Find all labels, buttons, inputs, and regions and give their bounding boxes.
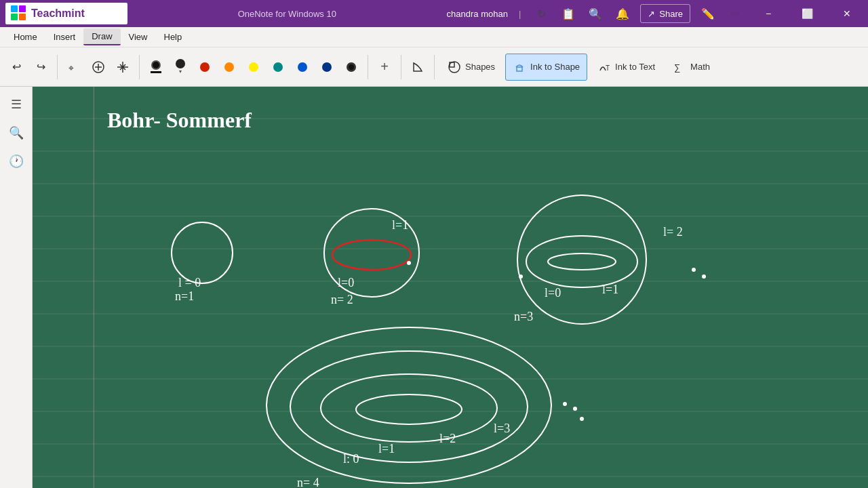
new-page-btn[interactable]: 📋 [559, 4, 578, 23]
type-tool-icon: ⌖ [67, 60, 81, 74]
svg-text:l=1: l=1 [378, 442, 395, 455]
selection-tool[interactable] [407, 55, 429, 79]
svg-text:⌖: ⌖ [68, 62, 74, 73]
svg-text:n= 2: n= 2 [331, 293, 353, 306]
math-button[interactable]: ∑ Math [665, 54, 717, 81]
svg-text:l = 0: l = 0 [178, 276, 201, 289]
type-tool[interactable]: ⌖ [63, 55, 85, 79]
svg-point-23 [407, 261, 411, 265]
redo-button[interactable]: ↪ [30, 55, 52, 79]
canvas-area[interactable]: Bohr- Sommerf l = 0 n=1 l=1 l=0 n= 2 [33, 87, 868, 488]
pen-blue[interactable] [292, 55, 313, 79]
sidebar: ☰ 🔍 🕐 [0, 87, 33, 488]
ink-to-text-label: Ink to Text [615, 62, 655, 72]
sep-2 [139, 55, 140, 79]
pen-orange-icon [224, 62, 234, 72]
title-separator: | [519, 9, 521, 19]
pen-black[interactable] [145, 55, 167, 79]
pen-black-line [151, 71, 161, 73]
share-button[interactable]: ↗ Share [640, 4, 690, 23]
edit-btn[interactable]: ✏️ [698, 4, 717, 23]
user-name: chandra mohan [447, 9, 508, 19]
sep-3 [368, 55, 368, 79]
titlebar: Teachmint OneNote for Windows 10 chandra… [0, 0, 868, 27]
sidebar-menu[interactable]: ☰ [4, 92, 28, 117]
bell-btn[interactable]: 🔔 [613, 4, 632, 23]
pen-red-icon [200, 62, 210, 72]
pen-orange[interactable] [218, 55, 240, 79]
main-area: ☰ 🔍 🕐 Bohr- Sommerf l = 0 n=1 [0, 87, 868, 488]
svg-rect-14 [33, 87, 868, 488]
svg-text:l=1: l=1 [602, 283, 618, 296]
ink-to-shape-label: Ink to Shape [530, 62, 580, 72]
pen-yellow-icon [249, 62, 258, 72]
pen-thick-black[interactable] [340, 55, 362, 79]
math-icon: ∑ [673, 60, 686, 74]
titlebar-right: chandra mohan | ↻ 📋 🔍 🔔 ↗ Share ✏️ ··· −… [447, 3, 863, 24]
pen-red[interactable] [194, 55, 216, 79]
menu-insert[interactable]: Insert [45, 29, 84, 45]
teachmint-logo-icon [11, 5, 27, 22]
shapes-label: Shapes [465, 62, 495, 72]
shapes-button[interactable]: Shapes [440, 54, 502, 81]
undo-button[interactable]: ↩ [5, 55, 27, 79]
svg-point-43 [563, 402, 567, 406]
maximize-button[interactable]: ⬜ [792, 3, 823, 24]
menu-help[interactable]: Help [156, 29, 191, 45]
menubar: Home Insert Draw View Help [0, 27, 868, 47]
svg-rect-3 [19, 14, 26, 20]
pen-teal[interactable] [267, 55, 289, 79]
svg-point-33 [702, 274, 706, 279]
app-title: OneNote for Windows 10 [238, 9, 336, 19]
svg-text:l= 2: l= 2 [663, 225, 683, 239]
sidebar-search[interactable]: 🔍 [4, 121, 28, 145]
pen-dropdown: ▾ [179, 68, 182, 75]
menu-view[interactable]: View [121, 29, 156, 45]
selection-icon [411, 60, 425, 74]
add-pen-button[interactable]: + [374, 55, 395, 79]
more-btn[interactable]: ··· [726, 4, 745, 23]
pen-yellow[interactable] [243, 55, 264, 79]
svg-text:n=3: n=3 [514, 310, 533, 323]
menu-home[interactable]: Home [5, 29, 45, 45]
logo-text: Teachmint [31, 7, 85, 20]
refresh-btn[interactable]: ↻ [532, 4, 551, 23]
svg-text:n=1: n=1 [175, 289, 194, 303]
pen-blue-icon [298, 62, 307, 72]
pen-darkblue[interactable] [316, 55, 338, 79]
move-tool[interactable] [112, 55, 134, 79]
toolbar: ↩ ↪ ⌖ ▾ [0, 47, 868, 87]
svg-text:l=0: l=0 [545, 286, 561, 300]
sep-5 [434, 55, 435, 79]
ink-to-shape-button[interactable]: Ink to Shape [505, 54, 587, 81]
search-btn[interactable]: 🔍 [586, 4, 605, 23]
shapes-icon [448, 60, 461, 74]
minimize-button[interactable]: − [753, 3, 784, 24]
add-tool[interactable] [87, 55, 109, 79]
sidebar-history[interactable]: 🕐 [4, 149, 28, 174]
svg-text:l: 0: l: 0 [343, 452, 359, 466]
add-tool-icon [92, 60, 105, 74]
move-tool-icon [116, 60, 130, 74]
sep-1 [57, 55, 58, 79]
svg-text:l=3: l=3 [494, 422, 510, 435]
svg-text:n= 4: n= 4 [297, 476, 319, 488]
menu-draw[interactable]: Draw [83, 28, 120, 45]
ink-to-text-button[interactable]: T Ink to Text [590, 54, 663, 81]
svg-text:l=0: l=0 [338, 276, 354, 289]
share-icon: ↗ [648, 9, 655, 19]
svg-point-31 [519, 274, 523, 279]
svg-text:l=2: l=2 [439, 432, 456, 445]
svg-text:T: T [606, 64, 610, 72]
share-label: Share [659, 9, 683, 19]
svg-point-45 [580, 417, 584, 421]
pen-black-icon [151, 60, 161, 70]
math-label: Math [690, 62, 710, 72]
ink-to-text-icon: T [597, 60, 611, 74]
svg-point-44 [573, 407, 577, 411]
titlebar-center: OneNote for Windows 10 [238, 9, 336, 19]
sep-4 [401, 55, 401, 79]
pen-black-2[interactable]: ▾ [170, 55, 191, 79]
close-button[interactable]: ✕ [831, 3, 863, 24]
svg-point-32 [692, 268, 696, 272]
